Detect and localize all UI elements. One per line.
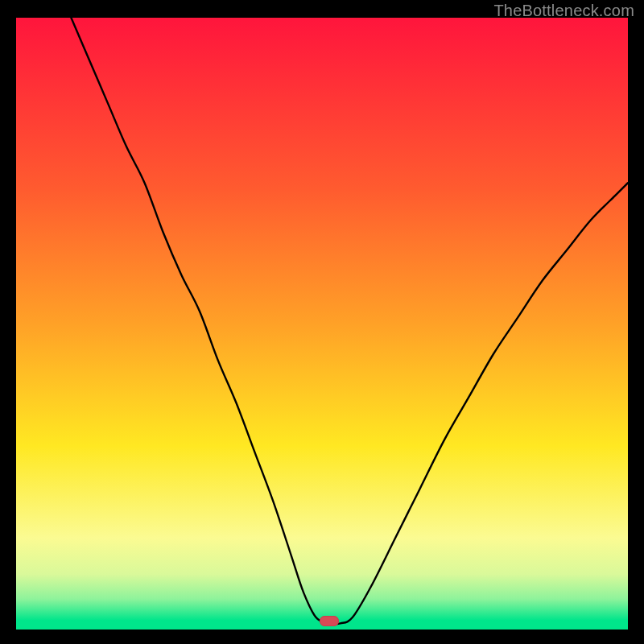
chart-frame: TheBottleneck.com — [0, 0, 644, 644]
plot-area — [16, 18, 628, 630]
optimal-marker — [320, 616, 339, 626]
watermark-text: TheBottleneck.com — [493, 2, 634, 20]
curve-path — [71, 18, 628, 624]
bottleneck-curve — [16, 18, 628, 630]
